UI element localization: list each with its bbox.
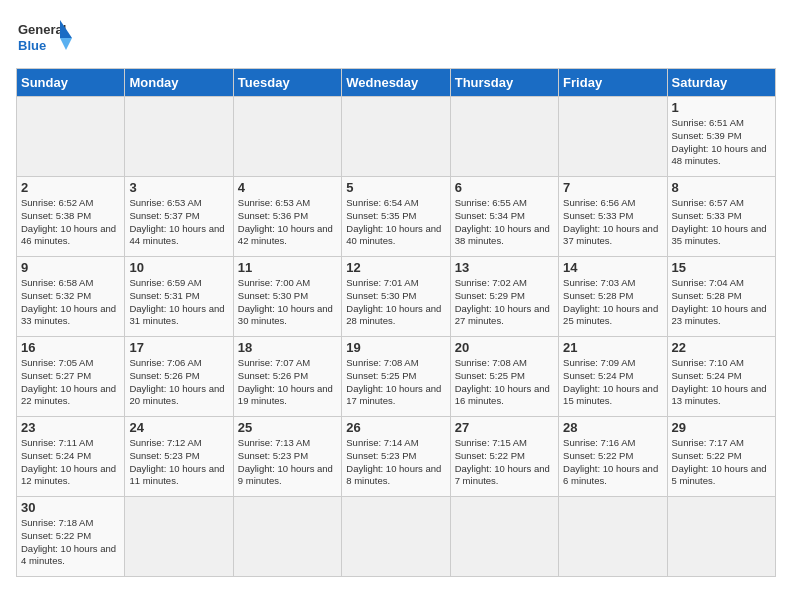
day-info: Sunrise: 7:00 AM Sunset: 5:30 PM Dayligh… — [238, 277, 337, 328]
day-info: Sunrise: 6:54 AM Sunset: 5:35 PM Dayligh… — [346, 197, 445, 248]
day-cell — [233, 497, 341, 577]
day-cell: 10Sunrise: 6:59 AM Sunset: 5:31 PM Dayli… — [125, 257, 233, 337]
day-cell: 15Sunrise: 7:04 AM Sunset: 5:28 PM Dayli… — [667, 257, 775, 337]
svg-marker-3 — [60, 38, 72, 50]
day-info: Sunrise: 7:09 AM Sunset: 5:24 PM Dayligh… — [563, 357, 662, 408]
day-info: Sunrise: 7:17 AM Sunset: 5:22 PM Dayligh… — [672, 437, 771, 488]
day-number: 22 — [672, 340, 771, 355]
day-cell: 12Sunrise: 7:01 AM Sunset: 5:30 PM Dayli… — [342, 257, 450, 337]
day-info: Sunrise: 6:51 AM Sunset: 5:39 PM Dayligh… — [672, 117, 771, 168]
day-number: 25 — [238, 420, 337, 435]
day-info: Sunrise: 7:06 AM Sunset: 5:26 PM Dayligh… — [129, 357, 228, 408]
week-row-2: 9Sunrise: 6:58 AM Sunset: 5:32 PM Daylig… — [17, 257, 776, 337]
day-cell: 16Sunrise: 7:05 AM Sunset: 5:27 PM Dayli… — [17, 337, 125, 417]
page-header: GeneralBlue — [16, 16, 776, 60]
day-cell — [342, 97, 450, 177]
day-number: 27 — [455, 420, 554, 435]
day-number: 29 — [672, 420, 771, 435]
day-number: 14 — [563, 260, 662, 275]
day-number: 1 — [672, 100, 771, 115]
day-info: Sunrise: 7:11 AM Sunset: 5:24 PM Dayligh… — [21, 437, 120, 488]
header-friday: Friday — [559, 69, 667, 97]
day-number: 4 — [238, 180, 337, 195]
day-number: 11 — [238, 260, 337, 275]
day-cell: 30Sunrise: 7:18 AM Sunset: 5:22 PM Dayli… — [17, 497, 125, 577]
day-cell: 2Sunrise: 6:52 AM Sunset: 5:38 PM Daylig… — [17, 177, 125, 257]
week-row-1: 2Sunrise: 6:52 AM Sunset: 5:38 PM Daylig… — [17, 177, 776, 257]
day-cell: 28Sunrise: 7:16 AM Sunset: 5:22 PM Dayli… — [559, 417, 667, 497]
svg-text:General: General — [18, 22, 66, 37]
day-number: 16 — [21, 340, 120, 355]
day-cell: 23Sunrise: 7:11 AM Sunset: 5:24 PM Dayli… — [17, 417, 125, 497]
day-info: Sunrise: 7:03 AM Sunset: 5:28 PM Dayligh… — [563, 277, 662, 328]
header-saturday: Saturday — [667, 69, 775, 97]
day-cell: 19Sunrise: 7:08 AM Sunset: 5:25 PM Dayli… — [342, 337, 450, 417]
day-number: 7 — [563, 180, 662, 195]
day-cell — [450, 497, 558, 577]
day-cell: 22Sunrise: 7:10 AM Sunset: 5:24 PM Dayli… — [667, 337, 775, 417]
day-cell: 9Sunrise: 6:58 AM Sunset: 5:32 PM Daylig… — [17, 257, 125, 337]
day-cell: 3Sunrise: 6:53 AM Sunset: 5:37 PM Daylig… — [125, 177, 233, 257]
header-monday: Monday — [125, 69, 233, 97]
day-cell — [125, 97, 233, 177]
day-number: 23 — [21, 420, 120, 435]
day-info: Sunrise: 7:13 AM Sunset: 5:23 PM Dayligh… — [238, 437, 337, 488]
day-cell: 29Sunrise: 7:17 AM Sunset: 5:22 PM Dayli… — [667, 417, 775, 497]
day-number: 9 — [21, 260, 120, 275]
day-number: 12 — [346, 260, 445, 275]
day-number: 10 — [129, 260, 228, 275]
logo: GeneralBlue — [16, 16, 76, 60]
day-cell — [17, 97, 125, 177]
day-info: Sunrise: 6:58 AM Sunset: 5:32 PM Dayligh… — [21, 277, 120, 328]
header-tuesday: Tuesday — [233, 69, 341, 97]
day-cell — [125, 497, 233, 577]
logo-svg: GeneralBlue — [16, 16, 76, 60]
day-info: Sunrise: 6:53 AM Sunset: 5:36 PM Dayligh… — [238, 197, 337, 248]
week-row-4: 23Sunrise: 7:11 AM Sunset: 5:24 PM Dayli… — [17, 417, 776, 497]
week-row-0: 1Sunrise: 6:51 AM Sunset: 5:39 PM Daylig… — [17, 97, 776, 177]
svg-text:Blue: Blue — [18, 38, 46, 53]
header-row: SundayMondayTuesdayWednesdayThursdayFrid… — [17, 69, 776, 97]
day-info: Sunrise: 7:02 AM Sunset: 5:29 PM Dayligh… — [455, 277, 554, 328]
day-info: Sunrise: 6:53 AM Sunset: 5:37 PM Dayligh… — [129, 197, 228, 248]
day-cell: 6Sunrise: 6:55 AM Sunset: 5:34 PM Daylig… — [450, 177, 558, 257]
day-number: 30 — [21, 500, 120, 515]
day-number: 20 — [455, 340, 554, 355]
day-cell: 4Sunrise: 6:53 AM Sunset: 5:36 PM Daylig… — [233, 177, 341, 257]
week-row-5: 30Sunrise: 7:18 AM Sunset: 5:22 PM Dayli… — [17, 497, 776, 577]
day-number: 2 — [21, 180, 120, 195]
day-cell: 26Sunrise: 7:14 AM Sunset: 5:23 PM Dayli… — [342, 417, 450, 497]
day-info: Sunrise: 6:57 AM Sunset: 5:33 PM Dayligh… — [672, 197, 771, 248]
day-info: Sunrise: 7:08 AM Sunset: 5:25 PM Dayligh… — [346, 357, 445, 408]
day-number: 26 — [346, 420, 445, 435]
day-cell: 24Sunrise: 7:12 AM Sunset: 5:23 PM Dayli… — [125, 417, 233, 497]
day-number: 6 — [455, 180, 554, 195]
day-number: 8 — [672, 180, 771, 195]
day-cell: 13Sunrise: 7:02 AM Sunset: 5:29 PM Dayli… — [450, 257, 558, 337]
day-cell: 14Sunrise: 7:03 AM Sunset: 5:28 PM Dayli… — [559, 257, 667, 337]
day-number: 3 — [129, 180, 228, 195]
day-info: Sunrise: 7:14 AM Sunset: 5:23 PM Dayligh… — [346, 437, 445, 488]
day-cell: 18Sunrise: 7:07 AM Sunset: 5:26 PM Dayli… — [233, 337, 341, 417]
day-info: Sunrise: 7:18 AM Sunset: 5:22 PM Dayligh… — [21, 517, 120, 568]
day-info: Sunrise: 6:55 AM Sunset: 5:34 PM Dayligh… — [455, 197, 554, 248]
day-cell: 1Sunrise: 6:51 AM Sunset: 5:39 PM Daylig… — [667, 97, 775, 177]
day-info: Sunrise: 7:08 AM Sunset: 5:25 PM Dayligh… — [455, 357, 554, 408]
day-cell — [667, 497, 775, 577]
day-number: 19 — [346, 340, 445, 355]
calendar-table: SundayMondayTuesdayWednesdayThursdayFrid… — [16, 68, 776, 577]
day-cell — [342, 497, 450, 577]
day-cell: 17Sunrise: 7:06 AM Sunset: 5:26 PM Dayli… — [125, 337, 233, 417]
day-info: Sunrise: 6:52 AM Sunset: 5:38 PM Dayligh… — [21, 197, 120, 248]
day-cell: 7Sunrise: 6:56 AM Sunset: 5:33 PM Daylig… — [559, 177, 667, 257]
day-info: Sunrise: 6:56 AM Sunset: 5:33 PM Dayligh… — [563, 197, 662, 248]
day-cell: 25Sunrise: 7:13 AM Sunset: 5:23 PM Dayli… — [233, 417, 341, 497]
day-info: Sunrise: 7:05 AM Sunset: 5:27 PM Dayligh… — [21, 357, 120, 408]
week-row-3: 16Sunrise: 7:05 AM Sunset: 5:27 PM Dayli… — [17, 337, 776, 417]
day-info: Sunrise: 7:15 AM Sunset: 5:22 PM Dayligh… — [455, 437, 554, 488]
day-number: 15 — [672, 260, 771, 275]
header-thursday: Thursday — [450, 69, 558, 97]
day-cell: 20Sunrise: 7:08 AM Sunset: 5:25 PM Dayli… — [450, 337, 558, 417]
day-info: Sunrise: 7:10 AM Sunset: 5:24 PM Dayligh… — [672, 357, 771, 408]
day-info: Sunrise: 7:07 AM Sunset: 5:26 PM Dayligh… — [238, 357, 337, 408]
